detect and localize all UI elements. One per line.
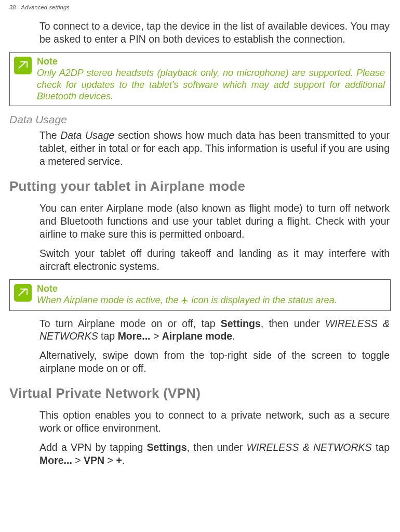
bold-text: Settings [147, 442, 187, 453]
text-fragment: > [150, 330, 162, 342]
page-header: 38 - Advanced settings [9, 4, 391, 10]
note-body: Only A2DP stereo headsets (playback only… [37, 67, 385, 102]
note-title: Note [37, 283, 385, 295]
note-body: When Airplane mode is active, the icon i… [37, 294, 385, 307]
bold-text: More... [39, 455, 72, 466]
note-icon [14, 57, 32, 74]
text-fragment: tap [372, 442, 390, 453]
paragraph-data-usage: The Data Usage section shows how much da… [9, 129, 391, 168]
note-box-bluetooth: Note Only A2DP stereo headsets (playback… [9, 52, 391, 106]
text-fragment: To turn Airplane mode on or off, tap [39, 318, 221, 329]
paragraph-airplane-intro: You can enter Airplane mode (also known … [9, 202, 391, 241]
text-fragment: Add a VPN by tapping [39, 442, 147, 453]
paragraph-vpn-intro: This option enables you to connect to a … [9, 409, 391, 435]
heading-data-usage: Data Usage [9, 113, 391, 126]
airplane-icon [181, 295, 189, 307]
italic-text: WIRELESS & NETWORKS [247, 442, 372, 453]
text-fragment: tap [98, 330, 118, 342]
bold-text: More... [118, 330, 151, 342]
heading-airplane-mode: Putting your tablet in Airplane mode [9, 178, 391, 194]
text-fragment: . [122, 455, 125, 466]
note-box-airplane: Note When Airplane mode is active, the i… [9, 279, 391, 311]
text-fragment: , then under [261, 318, 325, 329]
text-fragment: > [72, 455, 84, 466]
italic-text: Data Usage [60, 129, 114, 141]
bold-text: Airplane mode [162, 330, 232, 342]
paragraph-airplane-toggle: To turn Airplane mode on or off, tap Set… [9, 317, 391, 343]
text-fragment: , then under [187, 442, 247, 453]
note-title: Note [37, 56, 385, 68]
bold-text: Settings [221, 318, 261, 329]
text-fragment: > [104, 455, 116, 466]
note-icon [14, 284, 32, 302]
text-fragment: The [39, 129, 60, 141]
heading-vpn: Virtual Private Network (VPN) [9, 385, 391, 401]
paragraph-connect-device: To connect to a device, tap the device i… [9, 20, 391, 46]
text-fragment: . [232, 330, 235, 342]
paragraph-airplane-switchoff: Switch your tablet off during takeoff an… [9, 247, 391, 273]
text-fragment: When Airplane mode is active, the [37, 295, 181, 305]
bold-text: VPN [84, 455, 104, 466]
paragraph-airplane-swipe: Alternatively, swipe down from the top-r… [9, 349, 391, 375]
bold-text: + [116, 455, 122, 466]
paragraph-vpn-add: Add a VPN by tapping Settings, then unde… [9, 441, 391, 467]
text-fragment: icon is displayed in the status area. [189, 295, 337, 305]
